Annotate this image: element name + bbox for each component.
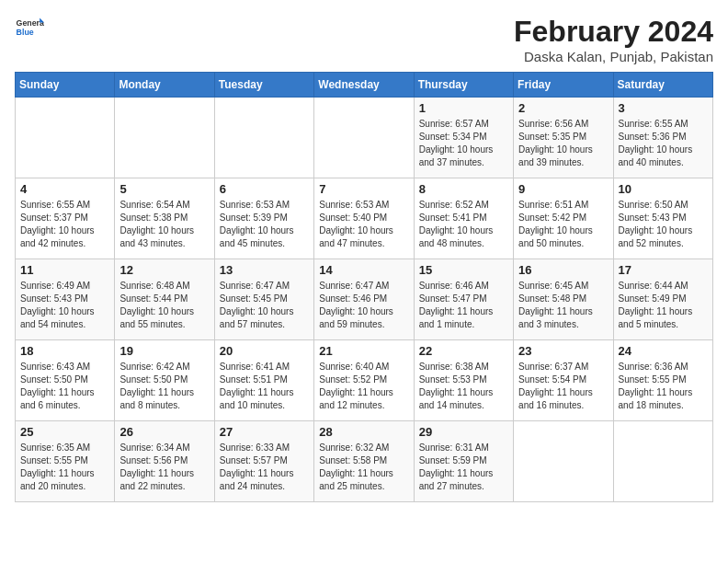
day-number: 5 bbox=[119, 182, 209, 196]
day-info: Sunrise: 6:54 AM Sunset: 5:38 PM Dayligh… bbox=[119, 199, 209, 250]
calendar-cell: 17Sunrise: 6:44 AM Sunset: 5:49 PM Dayli… bbox=[613, 259, 712, 340]
day-info: Sunrise: 6:34 AM Sunset: 5:56 PM Dayligh… bbox=[119, 442, 209, 493]
calendar-week-3: 11Sunrise: 6:49 AM Sunset: 5:43 PM Dayli… bbox=[16, 259, 713, 340]
title-block: February 2024 Daska Kalan, Punjab, Pakis… bbox=[514, 15, 713, 64]
day-info: Sunrise: 6:38 AM Sunset: 5:53 PM Dayligh… bbox=[419, 361, 508, 412]
day-number: 17 bbox=[619, 263, 708, 277]
calendar-cell: 6Sunrise: 6:53 AM Sunset: 5:39 PM Daylig… bbox=[214, 178, 313, 259]
day-number: 13 bbox=[220, 263, 309, 277]
day-info: Sunrise: 6:37 AM Sunset: 5:54 PM Dayligh… bbox=[518, 361, 608, 412]
calendar-cell: 2Sunrise: 6:56 AM Sunset: 5:35 PM Daylig… bbox=[514, 98, 613, 178]
day-number: 25 bbox=[20, 425, 109, 439]
calendar-cell: 4Sunrise: 6:55 AM Sunset: 5:37 PM Daylig… bbox=[16, 178, 115, 259]
day-info: Sunrise: 6:43 AM Sunset: 5:50 PM Dayligh… bbox=[20, 361, 109, 412]
calendar-cell: 5Sunrise: 6:54 AM Sunset: 5:38 PM Daylig… bbox=[115, 178, 214, 259]
calendar-cell: 25Sunrise: 6:35 AM Sunset: 5:55 PM Dayli… bbox=[16, 421, 115, 502]
calendar-cell: 16Sunrise: 6:45 AM Sunset: 5:48 PM Dayli… bbox=[514, 259, 613, 340]
calendar-cell: 18Sunrise: 6:43 AM Sunset: 5:50 PM Dayli… bbox=[16, 340, 115, 421]
svg-text:Blue: Blue bbox=[17, 28, 34, 37]
calendar-cell: 1Sunrise: 6:57 AM Sunset: 5:34 PM Daylig… bbox=[414, 98, 513, 178]
day-number: 22 bbox=[419, 344, 508, 358]
day-info: Sunrise: 6:55 AM Sunset: 5:36 PM Dayligh… bbox=[619, 118, 708, 169]
day-number: 1 bbox=[419, 101, 508, 115]
day-info: Sunrise: 6:31 AM Sunset: 5:59 PM Dayligh… bbox=[419, 442, 508, 493]
calendar-cell bbox=[115, 98, 214, 178]
calendar-cell: 28Sunrise: 6:32 AM Sunset: 5:58 PM Dayli… bbox=[314, 421, 414, 502]
day-number: 20 bbox=[220, 344, 309, 358]
day-info: Sunrise: 6:40 AM Sunset: 5:52 PM Dayligh… bbox=[319, 361, 408, 412]
calendar-cell: 26Sunrise: 6:34 AM Sunset: 5:56 PM Dayli… bbox=[115, 421, 214, 502]
calendar-cell: 27Sunrise: 6:33 AM Sunset: 5:57 PM Dayli… bbox=[214, 421, 313, 502]
day-info: Sunrise: 6:33 AM Sunset: 5:57 PM Dayligh… bbox=[220, 442, 309, 493]
day-info: Sunrise: 6:44 AM Sunset: 5:49 PM Dayligh… bbox=[619, 280, 708, 331]
day-info: Sunrise: 6:48 AM Sunset: 5:44 PM Dayligh… bbox=[119, 280, 209, 331]
day-info: Sunrise: 6:50 AM Sunset: 5:43 PM Dayligh… bbox=[619, 199, 708, 250]
page-header: General Blue General Blue February 2024 … bbox=[15, 15, 713, 64]
day-info: Sunrise: 6:42 AM Sunset: 5:50 PM Dayligh… bbox=[119, 361, 209, 412]
calendar-cell: 24Sunrise: 6:36 AM Sunset: 5:55 PM Dayli… bbox=[613, 340, 712, 421]
day-number: 23 bbox=[518, 344, 608, 358]
day-number: 24 bbox=[619, 344, 708, 358]
calendar-cell: 12Sunrise: 6:48 AM Sunset: 5:44 PM Dayli… bbox=[115, 259, 214, 340]
calendar-cell: 13Sunrise: 6:47 AM Sunset: 5:45 PM Dayli… bbox=[214, 259, 313, 340]
day-info: Sunrise: 6:35 AM Sunset: 5:55 PM Dayligh… bbox=[20, 442, 109, 493]
calendar-cell: 29Sunrise: 6:31 AM Sunset: 5:59 PM Dayli… bbox=[414, 421, 513, 502]
day-info: Sunrise: 6:51 AM Sunset: 5:42 PM Dayligh… bbox=[518, 199, 608, 250]
calendar-cell bbox=[314, 98, 414, 178]
calendar-week-1: 1Sunrise: 6:57 AM Sunset: 5:34 PM Daylig… bbox=[16, 98, 713, 178]
day-number: 10 bbox=[619, 182, 708, 196]
calendar-cell: 11Sunrise: 6:49 AM Sunset: 5:43 PM Dayli… bbox=[16, 259, 115, 340]
day-number: 28 bbox=[319, 425, 408, 439]
day-info: Sunrise: 6:52 AM Sunset: 5:41 PM Dayligh… bbox=[419, 199, 508, 250]
day-info: Sunrise: 6:49 AM Sunset: 5:43 PM Dayligh… bbox=[20, 280, 109, 331]
day-info: Sunrise: 6:53 AM Sunset: 5:39 PM Dayligh… bbox=[220, 199, 309, 250]
header-wednesday: Wednesday bbox=[314, 73, 414, 98]
calendar-cell bbox=[16, 98, 115, 178]
calendar-cell: 19Sunrise: 6:42 AM Sunset: 5:50 PM Dayli… bbox=[115, 340, 214, 421]
day-number: 27 bbox=[220, 425, 309, 439]
calendar-cell: 14Sunrise: 6:47 AM Sunset: 5:46 PM Dayli… bbox=[314, 259, 414, 340]
day-number: 12 bbox=[119, 263, 209, 277]
day-number: 21 bbox=[319, 344, 408, 358]
calendar-cell: 10Sunrise: 6:50 AM Sunset: 5:43 PM Dayli… bbox=[613, 178, 712, 259]
calendar-week-5: 25Sunrise: 6:35 AM Sunset: 5:55 PM Dayli… bbox=[16, 421, 713, 502]
calendar-cell bbox=[514, 421, 613, 502]
calendar-cell: 9Sunrise: 6:51 AM Sunset: 5:42 PM Daylig… bbox=[514, 178, 613, 259]
location-subtitle: Daska Kalan, Punjab, Pakistan bbox=[514, 49, 713, 64]
day-info: Sunrise: 6:56 AM Sunset: 5:35 PM Dayligh… bbox=[518, 118, 608, 169]
calendar-header-row: SundayMondayTuesdayWednesdayThursdayFrid… bbox=[16, 73, 713, 98]
day-number: 26 bbox=[119, 425, 209, 439]
day-number: 11 bbox=[20, 263, 109, 277]
calendar-week-4: 18Sunrise: 6:43 AM Sunset: 5:50 PM Dayli… bbox=[16, 340, 713, 421]
calendar-cell bbox=[214, 98, 313, 178]
calendar-cell bbox=[613, 421, 712, 502]
day-number: 2 bbox=[518, 101, 608, 115]
calendar-cell: 22Sunrise: 6:38 AM Sunset: 5:53 PM Dayli… bbox=[414, 340, 513, 421]
day-info: Sunrise: 6:32 AM Sunset: 5:58 PM Dayligh… bbox=[319, 442, 408, 493]
day-number: 19 bbox=[119, 344, 209, 358]
day-info: Sunrise: 6:53 AM Sunset: 5:40 PM Dayligh… bbox=[319, 199, 408, 250]
calendar-cell: 8Sunrise: 6:52 AM Sunset: 5:41 PM Daylig… bbox=[414, 178, 513, 259]
day-info: Sunrise: 6:47 AM Sunset: 5:45 PM Dayligh… bbox=[220, 280, 309, 331]
logo: General Blue General Blue bbox=[15, 15, 44, 40]
header-tuesday: Tuesday bbox=[214, 73, 313, 98]
day-info: Sunrise: 6:46 AM Sunset: 5:47 PM Dayligh… bbox=[419, 280, 508, 331]
day-info: Sunrise: 6:57 AM Sunset: 5:34 PM Dayligh… bbox=[419, 118, 508, 169]
day-number: 9 bbox=[518, 182, 608, 196]
header-friday: Friday bbox=[514, 73, 613, 98]
day-number: 18 bbox=[20, 344, 109, 358]
calendar-cell: 20Sunrise: 6:41 AM Sunset: 5:51 PM Dayli… bbox=[214, 340, 313, 421]
day-number: 14 bbox=[319, 263, 408, 277]
day-number: 7 bbox=[319, 182, 408, 196]
calendar-cell: 21Sunrise: 6:40 AM Sunset: 5:52 PM Dayli… bbox=[314, 340, 414, 421]
day-info: Sunrise: 6:47 AM Sunset: 5:46 PM Dayligh… bbox=[319, 280, 408, 331]
header-monday: Monday bbox=[115, 73, 214, 98]
logo-icon: General Blue bbox=[15, 15, 44, 40]
calendar-cell: 23Sunrise: 6:37 AM Sunset: 5:54 PM Dayli… bbox=[514, 340, 613, 421]
calendar-cell: 7Sunrise: 6:53 AM Sunset: 5:40 PM Daylig… bbox=[314, 178, 414, 259]
day-info: Sunrise: 6:45 AM Sunset: 5:48 PM Dayligh… bbox=[518, 280, 608, 331]
header-sunday: Sunday bbox=[16, 73, 115, 98]
header-saturday: Saturday bbox=[613, 73, 712, 98]
calendar-cell: 3Sunrise: 6:55 AM Sunset: 5:36 PM Daylig… bbox=[613, 98, 712, 178]
day-info: Sunrise: 6:41 AM Sunset: 5:51 PM Dayligh… bbox=[220, 361, 309, 412]
